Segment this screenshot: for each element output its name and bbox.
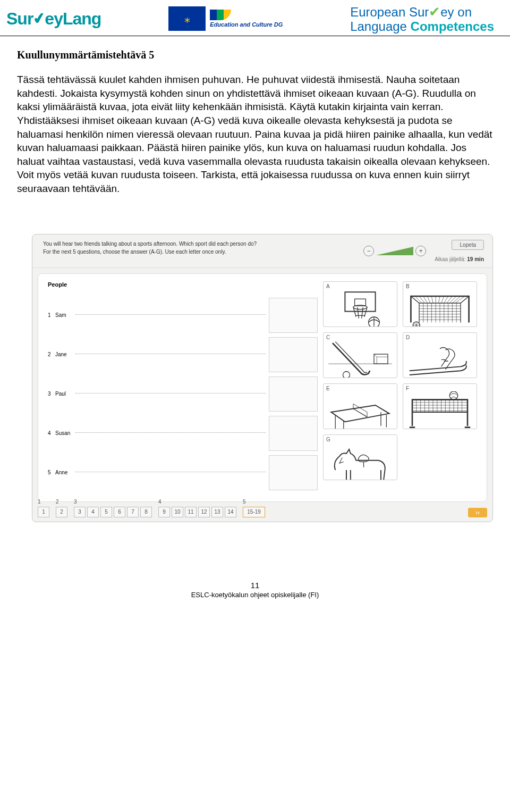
nav-group: 3 3 4 5 6 7 8 <box>74 499 152 517</box>
option-card[interactable]: D <box>403 332 477 378</box>
nav-group-label: 3 <box>74 499 77 505</box>
nav-question-button[interactable]: 4 <box>87 507 99 517</box>
nav-question-button[interactable]: 6 <box>114 507 125 517</box>
logo-text: Sur <box>6 9 33 28</box>
volume-control[interactable]: − + <box>363 246 426 256</box>
svg-rect-0 <box>345 292 375 311</box>
volume-down-icon[interactable]: − <box>363 246 374 256</box>
timer-display: Aikaa jäljellä: 19 min <box>435 256 484 262</box>
dotted-line <box>75 353 266 354</box>
next-button[interactable]: ›› <box>468 508 487 517</box>
nav-question-button[interactable]: 2 <box>56 507 67 517</box>
page-number: 11 <box>0 581 510 590</box>
horse-icon <box>326 442 395 480</box>
timer-value: 19 min <box>467 256 484 262</box>
eu-edu-text: Education and Culture DG <box>210 21 283 28</box>
option-card[interactable]: A <box>323 281 397 327</box>
check-icon: ✔ <box>429 4 440 20</box>
option-label: C <box>326 334 330 340</box>
answer-dropzone[interactable] <box>269 376 318 412</box>
svg-rect-5 <box>374 354 388 364</box>
nav-question-button[interactable]: 10 <box>172 507 183 517</box>
person-row: 5 Anne <box>48 455 318 491</box>
nav-question-button[interactable]: 13 <box>211 507 223 517</box>
check-icon: ✔ <box>32 9 46 28</box>
nav-group-label: 2 <box>56 499 59 505</box>
dotted-line <box>75 392 266 394</box>
person-name: Jane <box>55 351 75 357</box>
answer-dropzone[interactable] <box>269 455 318 490</box>
app-header-controls: − + Lopeta Aikaa jäljellä: 19 min <box>363 240 484 262</box>
answer-dropzone[interactable] <box>269 337 318 372</box>
option-label: F <box>406 386 409 391</box>
nav-group: 4 9 10 11 12 13 14 <box>158 499 236 517</box>
person-row: 1 Sam <box>48 297 318 333</box>
person-number: 5 <box>48 470 55 475</box>
basketball-icon <box>326 289 395 327</box>
volume-level-icon[interactable] <box>376 247 413 255</box>
nav-question-button[interactable]: 12 <box>198 507 210 517</box>
option-card[interactable]: G <box>323 434 397 480</box>
ski-icon <box>405 340 474 378</box>
eslc-text: ey on <box>440 5 472 19</box>
options-grid: A B <box>323 281 477 494</box>
nav-row: 15-19 <box>243 507 265 517</box>
nav-group: 5 15-19 <box>243 499 265 517</box>
nav-question-button[interactable]: 8 <box>140 507 152 517</box>
option-card[interactable]: C <box>323 332 397 378</box>
answer-dropzone[interactable] <box>269 298 318 333</box>
option-label: B <box>406 283 410 289</box>
person-name: Paul <box>55 391 75 397</box>
eu-logo: ⁎ Education and Culture DG <box>168 6 283 31</box>
app-screenshot: You will hear two friends talking about … <box>32 234 493 522</box>
eu-edu-block: Education and Culture DG <box>210 10 283 28</box>
eslc-logo: European Sur✔ey on Language Competences <box>350 4 494 34</box>
person-row: 4 Susan <box>48 415 318 451</box>
app-nav-footer: 1 1 2 2 3 3 4 5 6 7 8 4 9 <box>38 499 487 517</box>
nav-question-button[interactable]: 9 <box>158 507 170 517</box>
nav-row: 2 <box>56 507 67 517</box>
option-card[interactable]: F <box>403 383 477 429</box>
header-logos: Sur✔eyLang ⁎ Education and Culture DG Eu… <box>0 0 510 36</box>
option-label: D <box>406 334 410 340</box>
instr-line: For the next 5 questions, choose the ans… <box>43 248 330 256</box>
dotted-line <box>75 432 266 433</box>
eslc-line2: Language Competences <box>350 20 494 34</box>
nav-group-label: 1 <box>38 499 41 505</box>
person-row: 3 Paul <box>48 376 318 412</box>
nav-group: 2 2 <box>56 499 67 517</box>
eslc-text: European Sur <box>350 5 429 19</box>
people-column: People 1 Sam 2 Jane 3 Paul 4 Sus <box>48 281 318 494</box>
option-card[interactable]: E <box>323 383 397 429</box>
app-instructions: You will hear two friends talking about … <box>43 240 330 256</box>
nav-question-button[interactable]: 5 <box>100 507 112 517</box>
nav-question-button[interactable]: 1 <box>38 507 49 517</box>
table-tennis-icon <box>326 391 395 429</box>
dotted-line <box>75 314 266 315</box>
nav-row: 3 4 5 6 7 8 <box>74 507 152 517</box>
person-row: 2 Jane <box>48 337 318 373</box>
volume-up-icon[interactable]: + <box>415 246 426 256</box>
nav-row: 1 <box>38 507 49 517</box>
football-goal-icon <box>405 289 474 327</box>
surveylang-logo: Sur✔eyLang <box>6 9 101 29</box>
nav-question-button[interactable]: 11 <box>185 507 197 517</box>
option-card[interactable]: B <box>403 281 477 327</box>
timer-label: Aikaa jäljellä: <box>435 256 465 262</box>
right-block: Lopeta Aikaa jäljellä: 19 min <box>435 240 484 262</box>
nav-question-button[interactable]: 15-19 <box>243 507 265 517</box>
quit-button[interactable]: Lopeta <box>452 240 484 250</box>
svg-point-6 <box>343 371 350 378</box>
answer-dropzone[interactable] <box>269 416 318 451</box>
nav-group-label: 4 <box>158 499 162 505</box>
hockey-icon <box>326 340 395 378</box>
app-body: People 1 Sam 2 Jane 3 Paul 4 Sus <box>38 273 487 502</box>
content-area: Kuullunymmärtämistehtävä 5 Tässä tehtävä… <box>0 36 510 202</box>
option-label: A <box>326 283 330 289</box>
nav-question-button[interactable]: 7 <box>127 507 139 517</box>
person-number: 4 <box>48 430 55 436</box>
nav-question-button[interactable]: 14 <box>225 507 236 517</box>
logo-text: eyLang <box>45 9 101 28</box>
person-number: 1 <box>48 312 55 318</box>
nav-question-button[interactable]: 3 <box>74 507 86 517</box>
